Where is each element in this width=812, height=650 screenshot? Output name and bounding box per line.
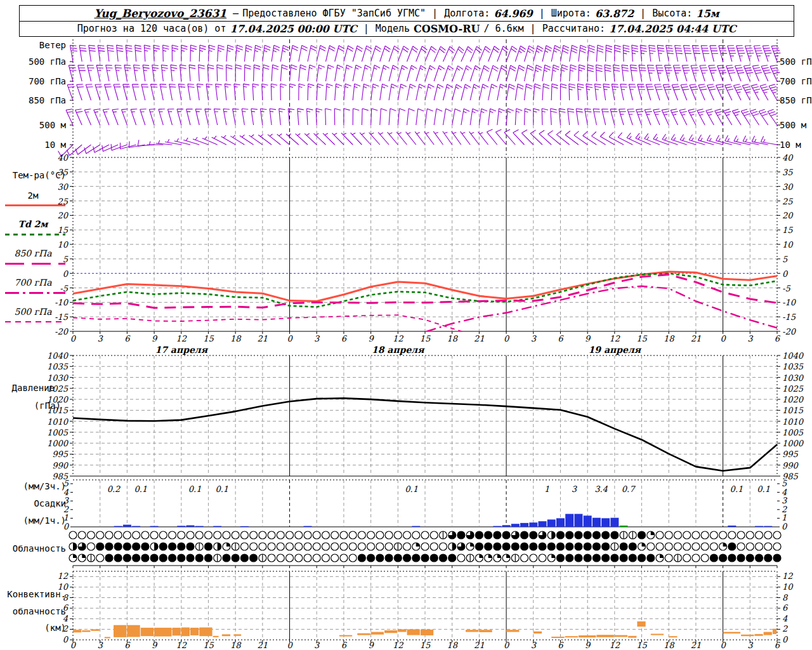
svg-text:0: 0 <box>782 522 788 531</box>
svg-text:40: 40 <box>57 153 69 162</box>
svg-text:18: 18 <box>447 334 458 343</box>
svg-text:12: 12 <box>782 571 793 581</box>
svg-text:1020: 1020 <box>782 395 804 404</box>
svg-text:21: 21 <box>258 334 268 343</box>
svg-text:-5: -5 <box>782 284 790 293</box>
svg-text:2: 2 <box>63 624 69 633</box>
svg-text:0: 0 <box>720 334 726 343</box>
svg-text:1000: 1000 <box>782 439 804 448</box>
svg-text:3: 3 <box>314 640 320 650</box>
svg-text:8: 8 <box>782 593 789 602</box>
svg-text:6: 6 <box>63 603 69 613</box>
svg-text:-15: -15 <box>782 312 796 322</box>
svg-text:21: 21 <box>691 334 702 343</box>
svg-text:2: 2 <box>63 505 69 514</box>
svg-text:12: 12 <box>610 640 620 650</box>
svg-text:0: 0 <box>287 640 293 650</box>
svg-text:6: 6 <box>341 640 348 650</box>
svg-text:30: 30 <box>57 182 69 192</box>
svg-text:15: 15 <box>203 334 214 343</box>
svg-text:3: 3 <box>531 640 537 650</box>
svg-text:17 апреля: 17 апреля <box>155 345 208 355</box>
svg-text:12: 12 <box>176 640 187 650</box>
svg-text:4: 4 <box>782 488 787 497</box>
svg-text:0.2: 0.2 <box>107 484 121 494</box>
svg-text:21: 21 <box>691 640 702 650</box>
svg-text:6: 6 <box>124 334 131 343</box>
svg-text:18: 18 <box>664 640 675 650</box>
svg-text:9: 9 <box>152 640 158 650</box>
svg-text:1015: 1015 <box>47 406 69 415</box>
meteogram-chart: 40403535303025252020151510105500-5-5-10-… <box>0 0 812 650</box>
meteogram-page: { "header": { "station": "Yug_Beryozovo_… <box>0 0 812 650</box>
svg-text:15: 15 <box>636 334 647 343</box>
svg-text:1010: 1010 <box>47 417 69 427</box>
svg-text:35: 35 <box>782 168 793 177</box>
svg-text:12: 12 <box>393 640 403 650</box>
svg-text:12: 12 <box>57 571 68 581</box>
svg-text:3: 3 <box>98 640 104 650</box>
svg-text:6: 6 <box>558 334 564 343</box>
svg-text:4: 4 <box>782 614 788 623</box>
svg-text:0: 0 <box>504 334 510 343</box>
svg-text:0: 0 <box>720 640 726 650</box>
svg-text:20: 20 <box>57 211 69 220</box>
svg-text:1030: 1030 <box>47 373 69 383</box>
svg-text:-15: -15 <box>55 312 69 322</box>
svg-text:-20: -20 <box>782 327 797 336</box>
svg-text:18: 18 <box>664 334 675 343</box>
svg-text:15: 15 <box>57 225 68 235</box>
svg-text:19 апреля: 19 апреля <box>589 345 642 355</box>
svg-text:0.1: 0.1 <box>134 484 147 494</box>
svg-text:1020: 1020 <box>47 395 69 404</box>
svg-text:3: 3 <box>314 334 320 343</box>
svg-text:995: 995 <box>782 449 799 459</box>
svg-text:25: 25 <box>57 197 68 206</box>
svg-text:20: 20 <box>782 211 794 220</box>
svg-text:15: 15 <box>636 640 647 650</box>
svg-text:6: 6 <box>782 603 789 613</box>
svg-text:9: 9 <box>368 334 374 343</box>
svg-text:1000: 1000 <box>47 439 69 448</box>
svg-text:3.4: 3.4 <box>594 484 608 494</box>
svg-text:3: 3 <box>747 640 754 650</box>
svg-text:2: 2 <box>782 624 788 633</box>
svg-text:6: 6 <box>775 640 781 650</box>
svg-text:3: 3 <box>98 334 104 343</box>
svg-text:1: 1 <box>63 513 69 522</box>
svg-text:1035: 1035 <box>782 362 804 371</box>
svg-text:18: 18 <box>230 640 242 650</box>
svg-text:15: 15 <box>203 640 214 650</box>
svg-text:12: 12 <box>393 334 403 343</box>
svg-text:15: 15 <box>420 334 431 343</box>
svg-text:18: 18 <box>230 334 242 343</box>
svg-text:5: 5 <box>63 255 69 264</box>
svg-text:5: 5 <box>782 255 788 264</box>
svg-text:0: 0 <box>504 640 510 650</box>
svg-text:6: 6 <box>341 334 348 343</box>
svg-text:9: 9 <box>585 640 591 650</box>
svg-text:0: 0 <box>63 269 69 279</box>
svg-text:3: 3 <box>747 334 754 343</box>
svg-text:0: 0 <box>782 269 789 279</box>
svg-text:-10: -10 <box>55 298 69 307</box>
svg-text:0: 0 <box>70 334 77 343</box>
svg-text:995: 995 <box>52 449 69 459</box>
svg-text:10: 10 <box>782 240 794 249</box>
svg-text:18: 18 <box>447 640 458 650</box>
svg-text:1005: 1005 <box>47 428 69 437</box>
svg-text:1015: 1015 <box>782 406 804 415</box>
svg-text:1005: 1005 <box>782 428 804 437</box>
svg-text:21: 21 <box>474 334 485 343</box>
svg-text:5: 5 <box>63 479 69 488</box>
svg-text:5: 5 <box>782 479 787 488</box>
svg-text:1010: 1010 <box>782 417 804 427</box>
svg-text:9: 9 <box>152 334 158 343</box>
svg-text:6: 6 <box>775 334 781 343</box>
svg-text:4: 4 <box>63 614 69 623</box>
svg-text:0: 0 <box>63 635 69 644</box>
svg-text:3: 3 <box>531 334 537 343</box>
precip-bars-layer <box>114 514 773 527</box>
svg-text:0.1: 0.1 <box>405 484 418 494</box>
svg-text:-20: -20 <box>55 327 69 336</box>
